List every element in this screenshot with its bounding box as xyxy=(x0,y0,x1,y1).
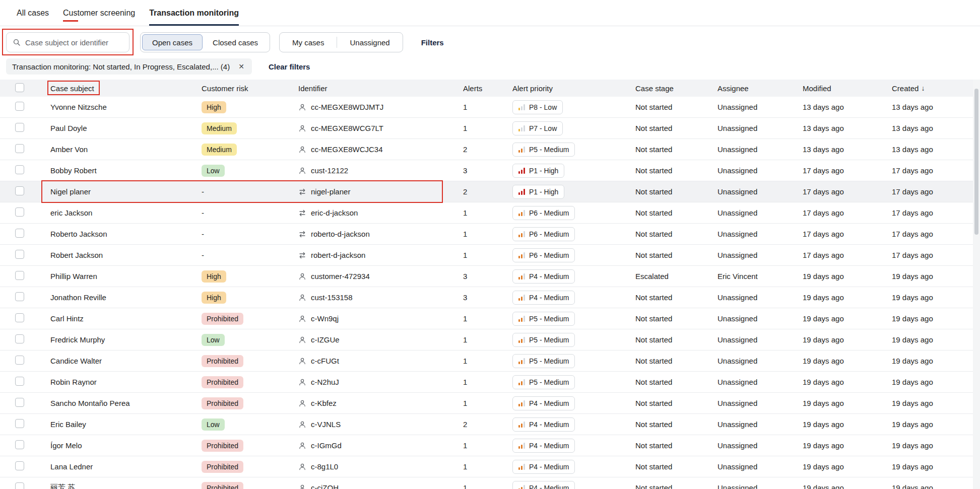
table-row[interactable]: Candice Walter Prohibited c-cFUGt 1 P5 -… xyxy=(0,351,980,372)
identifier-type-icon xyxy=(298,167,306,175)
table-row[interactable]: Phillip Warren High customer-472934 3 P4… xyxy=(0,266,980,287)
table-row[interactable]: Paul Doyle Medium cc-MEGXE8WCG7LT 1 P7 -… xyxy=(0,118,980,139)
column-header-created[interactable]: Created↓ xyxy=(892,84,980,93)
customer-risk-badge: Prohibited xyxy=(202,355,243,367)
open-cases-button[interactable]: Open cases xyxy=(142,34,203,50)
tab-customer-screening[interactable]: Customer screening xyxy=(63,0,135,26)
modified-cell: 17 days ago xyxy=(803,187,892,196)
priority-bars-icon xyxy=(518,485,525,489)
column-header-assignee[interactable]: Assignee xyxy=(717,84,803,93)
table-row[interactable]: Eric Bailey Low c-VJNLS 2 P4 - Medium No… xyxy=(0,414,980,435)
assignee-cell: Unassigned xyxy=(717,124,803,132)
tab-all-cases[interactable]: All cases xyxy=(17,0,49,26)
table-row[interactable]: Jonathon Reville High cust-153158 3 P4 -… xyxy=(0,287,980,308)
column-header-modified[interactable]: Modified xyxy=(803,84,892,93)
case-subject-cell: Yvonne Nitzsche xyxy=(50,103,202,111)
table-row[interactable]: Sancho Montaño Perea Prohibited c-Kbfez … xyxy=(0,393,980,414)
row-checkbox[interactable] xyxy=(15,482,24,489)
search-box[interactable] xyxy=(6,32,129,52)
my-cases-button[interactable]: My cases xyxy=(280,33,337,52)
assignee-cell: Unassigned xyxy=(717,293,803,302)
filter-chip-close-icon[interactable]: ✕ xyxy=(236,61,247,72)
priority-label: P7 - Low xyxy=(529,124,557,132)
priority-label: P6 - Medium xyxy=(529,230,569,238)
row-checkbox[interactable] xyxy=(15,165,24,174)
row-checkbox[interactable] xyxy=(15,440,24,449)
identifier-type-icon xyxy=(298,272,306,281)
column-header-alert-priority[interactable]: Alert priority xyxy=(512,84,635,93)
table-row[interactable]: 丽芳 苏 Prohibited c-ciZQH 1 P4 - Medium No… xyxy=(0,477,980,489)
row-checkbox[interactable] xyxy=(15,419,24,428)
row-checkbox[interactable] xyxy=(15,207,24,217)
vertical-scrollbar-track[interactable] xyxy=(973,80,980,489)
identifier-type-icon xyxy=(298,336,306,344)
identifier-type-icon xyxy=(298,315,306,323)
customer-risk-badge: Medium xyxy=(202,122,237,134)
row-checkbox[interactable] xyxy=(15,356,24,365)
table-row[interactable]: Nigel planer - nigel-planer 2 P1 - High … xyxy=(0,181,980,202)
table-row[interactable]: Carl Hintz Prohibited c-Wn9qj 1 P5 - Med… xyxy=(0,308,980,329)
filter-chip-label: Transaction monitoring: Not started, In … xyxy=(12,62,230,71)
clear-filters-button[interactable]: Clear filters xyxy=(269,62,310,71)
case-stage-cell: Not started xyxy=(635,124,717,132)
table-row[interactable]: Lana Ledner Prohibited c-8g1L0 1 P4 - Me… xyxy=(0,456,980,477)
column-header-case-stage[interactable]: Case stage xyxy=(635,84,717,93)
case-management-app: All cases Customer screening Transaction… xyxy=(0,0,980,489)
row-checkbox[interactable] xyxy=(15,398,24,407)
row-checkbox[interactable] xyxy=(15,144,24,153)
customer-risk-badge: - xyxy=(202,187,204,196)
case-subject-cell: Jonathon Reville xyxy=(50,293,202,302)
alert-priority-chip: P1 - High xyxy=(512,185,564,199)
alerts-cell: 3 xyxy=(463,272,512,281)
row-checkbox[interactable] xyxy=(15,229,24,238)
priority-label: P6 - Medium xyxy=(529,209,569,217)
vertical-scrollbar-thumb[interactable] xyxy=(974,89,978,235)
search-input[interactable] xyxy=(25,38,123,47)
table-row[interactable]: eric Jackson - eric-d-jackson 1 P6 - Med… xyxy=(0,202,980,224)
identifier-type-icon xyxy=(298,188,306,196)
priority-bars-icon xyxy=(518,147,525,153)
row-checkbox[interactable] xyxy=(15,250,24,259)
assignment-segmented-control: My cases Unassigned xyxy=(279,32,403,52)
modified-cell: 19 days ago xyxy=(803,483,892,489)
filters-button[interactable]: Filters xyxy=(421,38,444,47)
column-header-identifier[interactable]: Identifier xyxy=(298,84,463,93)
filter-chip[interactable]: Transaction monitoring: Not started, In … xyxy=(6,58,252,75)
alerts-cell: 3 xyxy=(463,293,512,302)
assignee-cell: Unassigned xyxy=(717,357,803,365)
modified-cell: 19 days ago xyxy=(803,272,892,281)
row-checkbox[interactable] xyxy=(15,186,24,195)
alert-priority-chip: P4 - Medium xyxy=(512,481,575,489)
tab-customer-screening-label: Customer screening xyxy=(63,9,135,18)
priority-label: P5 - Medium xyxy=(529,315,569,323)
table-row[interactable]: Robert Jackson - robert-d-jackson 1 P6 -… xyxy=(0,245,980,266)
row-checkbox[interactable] xyxy=(15,313,24,322)
row-checkbox[interactable] xyxy=(15,271,24,280)
table-row[interactable]: Bobby Robert Low cust-12122 3 P1 - High … xyxy=(0,160,980,181)
row-checkbox[interactable] xyxy=(15,292,24,301)
unassigned-button[interactable]: Unassigned xyxy=(337,33,402,52)
priority-bars-icon xyxy=(518,400,525,406)
priority-bars-icon xyxy=(518,125,525,131)
column-header-case-subject[interactable]: Case subject xyxy=(50,84,202,93)
row-checkbox[interactable] xyxy=(15,334,24,343)
column-header-customer-risk[interactable]: Customer risk xyxy=(202,84,298,93)
row-checkbox[interactable] xyxy=(15,377,24,386)
row-checkbox[interactable] xyxy=(15,123,24,132)
select-all-checkbox[interactable] xyxy=(15,83,24,92)
priority-bars-icon xyxy=(518,210,525,216)
column-header-alerts[interactable]: Alerts xyxy=(463,84,512,93)
row-checkbox[interactable] xyxy=(15,461,24,470)
table-row[interactable]: Roberto Jackson - roberto-d-jackson 1 P6… xyxy=(0,224,980,245)
alerts-cell: 1 xyxy=(463,230,512,238)
table-row[interactable]: Amber Von Medium cc-MEGXE8WCJC34 2 P5 - … xyxy=(0,139,980,160)
priority-bars-icon xyxy=(518,316,525,322)
table-row[interactable]: Yvonne Nitzsche High cc-MEGXE8WDJMTJ 1 P… xyxy=(0,97,980,118)
customer-risk-badge: High xyxy=(202,292,226,304)
tab-transaction-monitoring[interactable]: Transaction monitoring xyxy=(149,0,239,26)
closed-cases-button[interactable]: Closed cases xyxy=(203,34,268,50)
table-row[interactable]: Fredrick Murphy Low c-IZGUe 1 P5 - Mediu… xyxy=(0,329,980,351)
table-row[interactable]: Ígor Melo Prohibited c-IGmGd 1 P4 - Medi… xyxy=(0,435,980,456)
row-checkbox[interactable] xyxy=(15,102,24,111)
table-row[interactable]: Robin Raynor Prohibited c-N2huJ 1 P5 - M… xyxy=(0,372,980,393)
